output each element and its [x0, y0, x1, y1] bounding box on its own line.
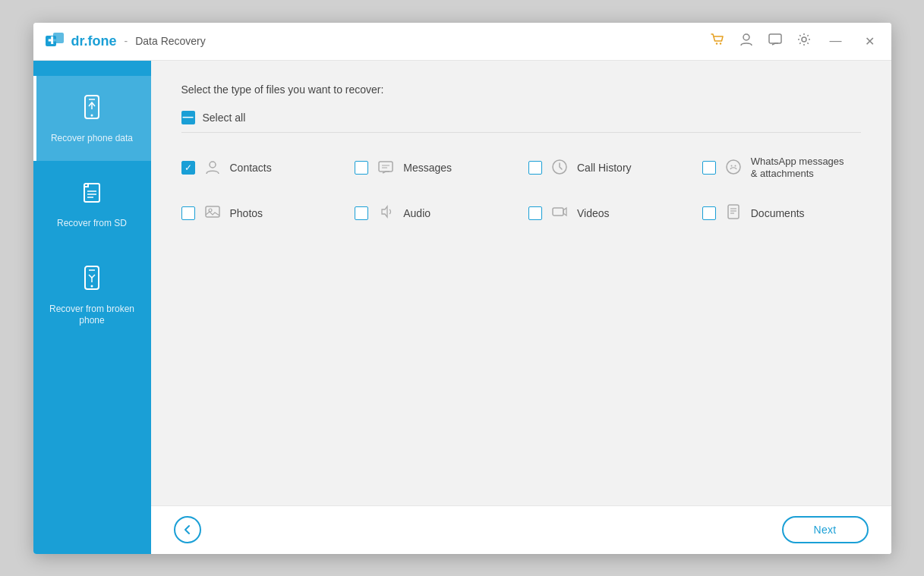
- select-all-dash-icon: —: [183, 112, 194, 122]
- content-area: Select the type of files you want to rec…: [151, 61, 891, 554]
- photos-icon: [204, 203, 221, 222]
- main-layout: Recover phone data Recover from SD: [33, 61, 891, 554]
- checkbox-videos[interactable]: [528, 206, 542, 220]
- user-icon[interactable]: [739, 32, 754, 51]
- svg-point-26: [730, 165, 732, 166]
- sidebar-item-recover-from-broken-phone[interactable]: Recover from brokenphone: [33, 247, 151, 344]
- content-body: Select the type of files you want to rec…: [151, 61, 891, 505]
- svg-point-10: [91, 114, 93, 116]
- sidebar-label-recover-phone-data: Recover phone data: [51, 133, 133, 145]
- checkbox-whatsapp[interactable]: [702, 161, 716, 175]
- sidebar-item-recover-phone-data[interactable]: Recover phone data: [33, 76, 151, 162]
- contacts-icon: [204, 159, 221, 178]
- svg-point-20: [210, 162, 216, 168]
- app-logo: ✚ dr.fone - Data Recovery: [46, 33, 710, 49]
- svg-point-29: [209, 209, 212, 212]
- photos-label: Photos: [230, 206, 263, 220]
- audio-label: Audio: [403, 206, 430, 220]
- svg-point-18: [91, 285, 93, 287]
- svg-rect-30: [553, 208, 563, 216]
- checkbox-photos[interactable]: [181, 206, 195, 220]
- checkbox-call-history[interactable]: [528, 161, 542, 175]
- file-type-call-history[interactable]: Call History: [528, 156, 687, 181]
- checkbox-contacts[interactable]: [181, 161, 195, 175]
- checkbox-documents[interactable]: [702, 206, 716, 220]
- svg-rect-21: [379, 162, 393, 172]
- whatsapp-icon: [725, 159, 742, 178]
- logo-icon: ✚: [46, 33, 67, 49]
- callhistory-icon: [551, 159, 568, 178]
- svg-point-4: [719, 42, 721, 44]
- close-button[interactable]: ✕: [860, 33, 879, 50]
- phone-data-icon: [77, 93, 107, 127]
- app-window: ✚ dr.fone - Data Recovery: [33, 23, 891, 554]
- svg-point-5: [743, 34, 749, 40]
- svg-point-27: [734, 165, 736, 166]
- divider: [181, 132, 861, 133]
- svg-rect-6: [769, 34, 781, 43]
- whatsapp-label: WhatsApp messages& attachments: [751, 156, 844, 181]
- file-type-messages[interactable]: Messages: [355, 156, 513, 181]
- file-type-videos[interactable]: Videos: [528, 203, 687, 222]
- file-type-documents[interactable]: Documents: [702, 203, 861, 222]
- call-history-label: Call History: [577, 161, 632, 175]
- svg-point-3: [715, 42, 717, 44]
- logo-separator: -: [125, 35, 128, 47]
- titlebar-actions: — ✕: [710, 32, 879, 51]
- documents-label: Documents: [751, 206, 805, 220]
- broken-phone-icon: [77, 263, 107, 297]
- sidebar: Recover phone data Recover from SD: [33, 61, 151, 554]
- titlebar: ✚ dr.fone - Data Recovery: [33, 23, 891, 61]
- messages-icon: [377, 159, 394, 178]
- file-types-grid: Contacts Messages: [181, 156, 861, 223]
- logo-subtitle: Data Recovery: [135, 35, 206, 47]
- file-type-audio[interactable]: Audio: [355, 203, 513, 222]
- file-type-photos[interactable]: Photos: [181, 203, 340, 222]
- svg-rect-2: [53, 33, 64, 43]
- svg-rect-31: [728, 205, 739, 219]
- chat-icon[interactable]: [768, 32, 783, 51]
- select-all-label: Select all: [203, 112, 246, 124]
- gear-icon[interactable]: [796, 32, 812, 51]
- minimize-button[interactable]: —: [825, 33, 847, 49]
- svg-point-7: [802, 37, 806, 42]
- videos-icon: [551, 203, 568, 222]
- file-type-contacts[interactable]: Contacts: [181, 156, 340, 181]
- svg-rect-28: [206, 206, 219, 217]
- select-all-row: — Select all: [181, 111, 861, 124]
- checkbox-messages[interactable]: [355, 161, 368, 175]
- messages-label: Messages: [403, 161, 452, 175]
- section-title: Select the type of files you want to rec…: [181, 83, 861, 96]
- videos-label: Videos: [577, 206, 610, 220]
- content-footer: Next: [151, 505, 891, 554]
- logo-brand-text: dr.fone: [71, 33, 117, 49]
- audio-icon: [377, 203, 394, 222]
- cart-icon[interactable]: [710, 32, 725, 51]
- select-all-checkbox[interactable]: —: [181, 111, 195, 124]
- sidebar-label-recover-broken-phone: Recover from brokenphone: [49, 304, 134, 327]
- sidebar-label-recover-sd: Recover from SD: [57, 218, 127, 230]
- checkbox-audio[interactable]: [355, 206, 368, 220]
- contacts-label: Contacts: [230, 161, 272, 175]
- documents-icon: [725, 203, 742, 222]
- sidebar-item-recover-from-sd[interactable]: Recover from SD: [33, 161, 151, 247]
- file-type-whatsapp[interactable]: WhatsApp messages& attachments: [702, 156, 861, 181]
- back-button[interactable]: [174, 516, 201, 543]
- sd-card-icon: [77, 178, 107, 212]
- svg-point-25: [727, 160, 740, 174]
- next-button[interactable]: Next: [782, 516, 869, 543]
